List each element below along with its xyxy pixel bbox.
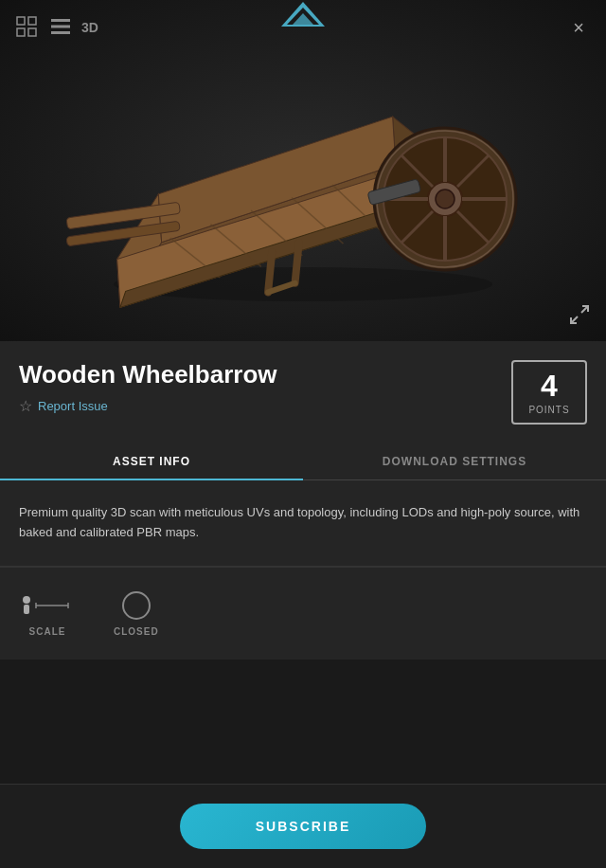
svg-rect-1 <box>28 17 36 25</box>
bottom-bar: SUBSCRIBE <box>0 784 606 868</box>
subscribe-button[interactable]: SUBSCRIBE <box>180 804 426 849</box>
svg-rect-46 <box>24 605 29 614</box>
title-section: Wooden Wheelbarrow ☆ Report Issue <box>19 360 511 415</box>
report-row: ☆ Report Issue <box>19 397 511 415</box>
tab-asset-info[interactable]: ASSET INFO <box>0 443 303 479</box>
tabs: ASSET INFO DOWNLOAD SETTINGS <box>0 443 606 480</box>
closed-icon <box>122 590 151 621</box>
asset-title: Wooden Wheelbarrow <box>19 360 511 389</box>
scale-icon <box>19 590 76 621</box>
properties-row: SCALE CLOSED <box>0 567 606 660</box>
logo-area <box>279 0 327 32</box>
svg-line-43 <box>581 306 588 313</box>
points-badge: 4 POINTS <box>511 360 587 425</box>
description-text: Premium quality 3D scan with meticulous … <box>19 503 587 543</box>
points-label: POINTS <box>528 405 569 415</box>
scale-property: SCALE <box>19 590 76 637</box>
report-issue-link[interactable]: Report Issue <box>38 399 108 413</box>
title-row: Wooden Wheelbarrow ☆ Report Issue 4 POIN… <box>0 341 606 434</box>
svg-rect-2 <box>17 28 25 36</box>
svg-rect-4 <box>51 19 70 22</box>
scale-label: SCALE <box>29 626 66 637</box>
points-number: 4 <box>541 371 558 401</box>
closed-property: CLOSED <box>114 590 159 637</box>
model-viewer <box>28 28 578 313</box>
closed-label: CLOSED <box>114 626 159 637</box>
svg-rect-0 <box>17 17 25 25</box>
viewer-area: 3D × <box>0 0 606 341</box>
info-panel: Wooden Wheelbarrow ☆ Report Issue 4 POIN… <box>0 341 606 660</box>
star-icon[interactable]: ☆ <box>19 397 32 415</box>
asset-info-content: Premium quality 3D scan with meticulous … <box>0 480 606 566</box>
tab-download-settings[interactable]: DOWNLOAD SETTINGS <box>303 443 606 479</box>
svg-line-44 <box>571 316 578 323</box>
svg-point-45 <box>23 596 30 604</box>
fullscreen-button[interactable] <box>566 301 593 328</box>
svg-point-27 <box>436 190 454 208</box>
